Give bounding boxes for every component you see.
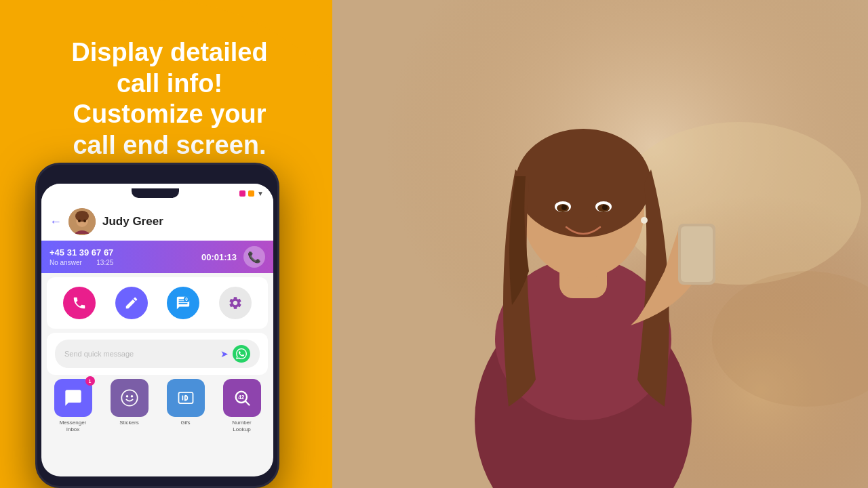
headline-line1: Display detailed [41,37,298,68]
gifs-app[interactable]: Gifs [159,379,212,432]
phone-status-bar: ▼ [41,184,273,203]
svg-point-9 [515,129,651,237]
call-status: No answer [50,259,82,266]
headline-text: Display detailed call info! Customize yo… [41,37,298,161]
svg-point-15 [602,205,608,210]
number-lookup-label: NumberLookup [232,420,251,432]
edit-button[interactable] [115,287,148,319]
quick-message-input[interactable]: Send quick message ➤ [55,340,260,368]
messenger-label: MessengerInbox [60,420,87,432]
settings-button[interactable] [219,287,252,319]
contact-avatar [68,208,96,235]
svg-point-26 [121,390,137,405]
headline-line2: call info! [41,68,298,100]
svg-point-22 [78,220,81,222]
phone-mockup: ▼ ← Judy Greer +45 31 39 67 [35,163,279,488]
send-arrow-icon[interactable]: ➤ [220,348,229,359]
svg-rect-18 [681,226,713,282]
call-phone-icon[interactable]: 📞 [243,246,265,268]
gifs-icon [167,379,205,417]
contact-header: ← Judy Greer [41,203,273,241]
action-icons-row: 0 [47,277,268,329]
call-duration: 00:01:13 [201,252,237,262]
svg-point-28 [130,395,133,398]
svg-text:0: 0 [185,297,188,302]
app-grid: 1 MessengerInbox Stickers [41,379,273,438]
woman-photo [332,0,868,488]
quick-message-placeholder: Send quick message [64,350,134,358]
call-info-bar: +45 31 39 67 67 No answer 13:25 00:01:13… [41,241,273,273]
svg-point-16 [641,217,648,224]
call-again-button[interactable] [63,287,96,319]
svg-text:42: 42 [238,394,245,401]
svg-point-27 [125,395,128,398]
stickers-label: Stickers [119,420,138,426]
contact-name: Judy Greer [102,215,163,228]
svg-point-14 [561,205,567,210]
gifs-label: Gifs [180,420,190,426]
number-lookup-icon: 42 [223,379,261,417]
status-icon-2 [248,190,254,197]
status-icons: ▼ [239,190,264,197]
call-time: 13:25 [96,259,113,266]
headline-line3: Customize your [41,99,298,130]
messenger-badge: 1 [85,376,95,386]
send-icons: ➤ [220,345,250,363]
stickers-app[interactable]: Stickers [103,379,155,432]
svg-point-23 [83,220,86,222]
status-icon-1 [239,190,245,197]
svg-point-21 [75,211,89,222]
headline-line4: call end screen. [41,130,298,161]
svg-rect-29 [178,392,193,403]
quick-message-area: Send quick message ➤ [47,333,268,375]
phone-screen: ▼ ← Judy Greer +45 31 39 67 [41,184,273,476]
message-button[interactable]: 0 [167,287,199,319]
phone-number: +45 31 39 67 67 [50,247,113,258]
back-arrow-icon[interactable]: ← [50,215,62,229]
messenger-inbox-icon: 1 [54,379,92,417]
signal-icon: ▼ [257,190,264,197]
messenger-inbox-app[interactable]: 1 MessengerInbox [47,379,99,432]
number-lookup-app[interactable]: 42 NumberLookup [216,379,268,432]
stickers-icon [111,379,149,417]
whatsapp-icon[interactable] [233,345,250,363]
phone-notch [132,188,179,198]
